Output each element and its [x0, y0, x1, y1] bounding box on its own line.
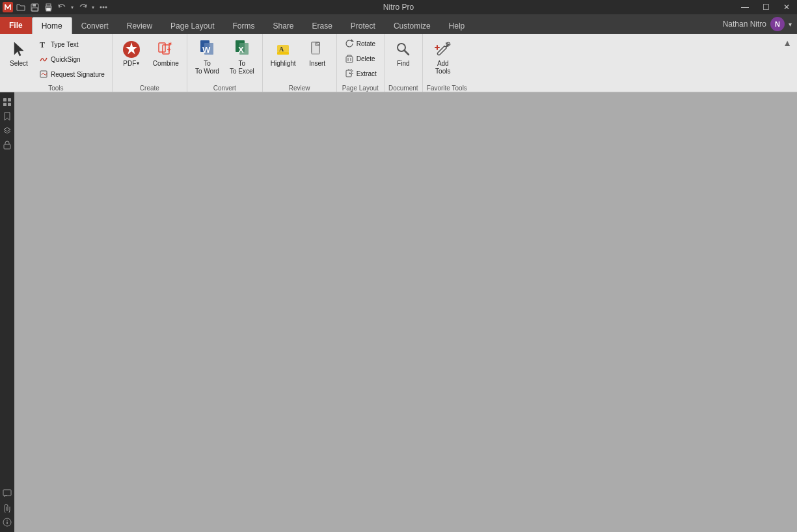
tab-review[interactable]: Review — [118, 18, 161, 34]
title-bar: ▾ ▾ Nitro Pro — ☐ ✕ — [0, 0, 797, 14]
rotate-button[interactable]: Rotate — [341, 36, 380, 51]
extract-button[interactable]: Extract — [341, 66, 380, 81]
user-dropdown-icon[interactable]: ▾ — [789, 21, 792, 28]
tab-convert[interactable]: Convert — [72, 18, 118, 34]
svg-rect-12 — [159, 43, 165, 52]
combine-button[interactable]: Combine — [149, 36, 183, 70]
delete-icon — [344, 53, 355, 64]
svg-rect-40 — [3, 490, 11, 496]
sidebar-layers-icon[interactable] — [1, 125, 13, 137]
sidebar-attachment-icon[interactable] — [1, 502, 13, 514]
insert-icon — [307, 39, 328, 60]
quicksign-icon — [38, 54, 49, 64]
ribbon-group-page-layout: Rotate Delete — [337, 34, 385, 92]
nitro-logo-icon[interactable] — [3, 2, 13, 12]
window-controls: — ☐ ✕ — [735, 0, 797, 14]
pdf-dropdown-arrow[interactable]: ▾ — [137, 60, 139, 66]
svg-text:T: T — [40, 40, 45, 49]
close-button[interactable]: ✕ — [776, 0, 797, 14]
add-tools-icon — [433, 39, 453, 60]
select-icon — [8, 39, 29, 60]
extract-icon — [344, 68, 355, 79]
sidebar-bookmark-icon[interactable] — [1, 111, 13, 122]
quick-access-open-icon[interactable] — [15, 1, 27, 13]
type-text-icon: T — [38, 39, 49, 49]
quick-access-undo-icon[interactable] — [56, 1, 68, 13]
quick-access-redo-icon[interactable] — [77, 1, 88, 13]
to-excel-icon: X — [232, 39, 252, 60]
insert-button[interactable]: Insert — [303, 36, 332, 70]
maximize-button[interactable]: ☐ — [755, 0, 776, 14]
svg-rect-5 — [46, 8, 51, 11]
quicksign-button[interactable]: QuickSign — [35, 52, 108, 66]
svg-text:X: X — [238, 45, 244, 55]
svg-point-6 — [100, 7, 102, 8]
pdf-icon — [121, 39, 142, 60]
svg-rect-10 — [40, 71, 47, 77]
svg-text:W: W — [202, 45, 211, 55]
svg-rect-38 — [8, 103, 11, 106]
ribbon-group-review: A Highlight Insert Rev — [263, 34, 337, 92]
tab-file[interactable]: File — [0, 17, 32, 34]
sidebar-comment-icon[interactable] — [1, 488, 13, 499]
quick-access-custom-icon[interactable] — [98, 1, 109, 13]
convert-group-label: Convert — [191, 85, 258, 92]
tab-forms[interactable]: Forms — [223, 18, 263, 34]
create-group-label: Create — [116, 85, 183, 92]
svg-rect-35 — [3, 98, 7, 101]
highlight-button[interactable]: A Highlight — [267, 36, 300, 70]
highlight-icon: A — [273, 39, 293, 60]
svg-text:A: A — [279, 46, 284, 53]
quick-access-save-icon[interactable] — [29, 1, 40, 13]
review-group-label: Review — [267, 85, 332, 92]
combine-icon — [155, 39, 176, 60]
ribbon-group-document: Find Document — [385, 34, 423, 92]
add-tools-button[interactable]: Add Tools — [427, 36, 459, 78]
to-word-button[interactable]: W To To Word — [191, 36, 223, 78]
sidebar-info-icon[interactable] — [1, 516, 13, 528]
sidebar-lock-icon[interactable] — [1, 139, 13, 151]
rotate-icon — [344, 38, 355, 49]
svg-point-43 — [7, 520, 8, 521]
ribbon-group-convert: W To To Word X — [187, 34, 263, 92]
type-text-button[interactable]: T Type Text — [35, 37, 108, 51]
svg-rect-36 — [8, 98, 11, 101]
left-sidebar — [0, 92, 14, 532]
quick-access-undo-dropdown-icon[interactable]: ▾ — [70, 1, 75, 13]
page-layout-group-label: Page Layout — [341, 85, 380, 92]
quick-access-print-icon[interactable] — [42, 1, 54, 13]
main-canvas — [14, 92, 797, 532]
svg-rect-39 — [4, 144, 10, 149]
svg-point-7 — [103, 7, 105, 8]
tab-page-layout[interactable]: Page Layout — [161, 18, 223, 34]
tab-help[interactable]: Help — [440, 18, 474, 34]
tools-group-label: Tools — [4, 85, 108, 92]
sidebar-bottom-icons — [1, 488, 13, 532]
ribbon-collapse-button[interactable]: ▲ — [780, 36, 794, 49]
tab-share[interactable]: Share — [263, 18, 303, 34]
to-excel-button[interactable]: X To To Excel — [226, 36, 258, 78]
tab-customize[interactable]: Customize — [385, 18, 440, 34]
user-area: Nathan Nitro N ▾ — [723, 17, 797, 34]
tab-bar: File Home Convert Review Page Layout For… — [0, 14, 797, 34]
pdf-button[interactable]: PDF ▾ — [116, 36, 146, 70]
document-group-label: Document — [388, 85, 418, 92]
find-button[interactable]: Find — [388, 36, 418, 70]
favorite-tools-group-label: Favorite Tools — [427, 85, 467, 92]
tab-home[interactable]: Home — [32, 17, 72, 34]
tab-protect[interactable]: Protect — [342, 18, 385, 34]
user-avatar[interactable]: N — [770, 17, 785, 31]
minimize-button[interactable]: — — [735, 0, 755, 14]
user-name: Nathan Nitro — [723, 20, 766, 29]
ribbon: Select T Type Text QuickSign — [0, 34, 797, 92]
tab-erase[interactable]: Erase — [303, 18, 342, 34]
pdf-button-container: PDF ▾ — [116, 36, 146, 70]
find-icon — [393, 39, 414, 60]
quick-access-redo-dropdown-icon[interactable]: ▾ — [90, 1, 96, 13]
delete-button[interactable]: Delete — [341, 51, 380, 66]
sidebar-thumbnail-icon[interactable] — [1, 96, 13, 108]
request-signature-button[interactable]: Request Signature — [35, 67, 108, 81]
select-button[interactable]: Select — [4, 36, 34, 70]
svg-rect-24 — [277, 52, 289, 55]
request-signature-icon — [38, 69, 49, 79]
